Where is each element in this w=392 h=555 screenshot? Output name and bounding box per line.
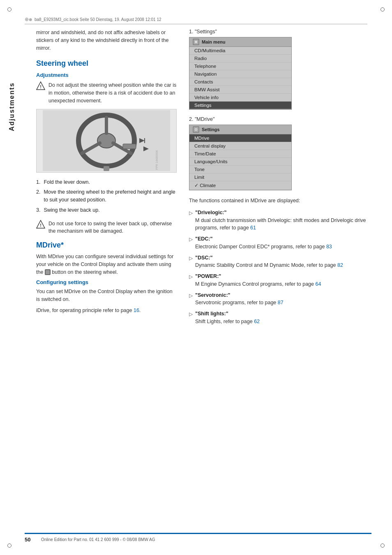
settings-menu-screen: Settings MDrive Central display Time/Dat…: [189, 125, 292, 190]
svg-point-17: [196, 129, 197, 130]
function-dsc: ▷ "DSC:" Dynamic Stability Control and M…: [189, 254, 371, 270]
settings-icon: [193, 126, 199, 133]
step-3-number: 3.: [36, 206, 40, 214]
warning-triangle-icon-2: !: [36, 220, 45, 229]
warning-text-1: Do not adjust the steering wheel positio…: [48, 81, 177, 104]
step-2-number: 2.: [36, 188, 40, 204]
function-drivelogic-desc: M dual clutch transmission with Drivelog…: [195, 217, 366, 231]
function-shift-desc: Shift Lights, refer to page 62: [195, 319, 260, 324]
svg-rect-9: [123, 144, 136, 149]
sidebar-label: Adjustments: [8, 82, 16, 131]
shift-link[interactable]: 62: [254, 319, 260, 324]
step1-label: 1. "Settings": [189, 29, 371, 35]
function-shift-lights: ▷ "Shift lights:" Shift Lights, refer to…: [189, 310, 371, 326]
bullet-arrow-servotronic: ▷: [189, 292, 193, 307]
footer-text: Online Edition for Part no. 01 41 2 600 …: [41, 537, 155, 542]
screen-header-settings: Settings: [189, 125, 291, 134]
main-menu-title: Main menu: [202, 39, 225, 44]
function-dsc-title: "DSC:": [195, 255, 212, 261]
function-shift-title: "Shift lights:": [195, 311, 228, 317]
step-1: 1. Fold the lever down.: [36, 178, 177, 186]
bullet-arrow-drivelogic: ▷: [189, 209, 193, 232]
menu-item-vehicle-info: Vehicle info: [189, 94, 291, 102]
function-drivelogic-title: "Drivelogic:": [195, 210, 226, 215]
function-drivelogic: ▷ "Drivelogic:" M dual clutch transmissi…: [189, 209, 371, 232]
svg-text:!: !: [40, 84, 42, 89]
function-dsc-content: "DSC:" Dynamic Stability Control and M D…: [195, 254, 371, 270]
edc-link[interactable]: 83: [326, 244, 332, 250]
function-servotronic-desc: Servotronic programs, refer to page 87: [195, 300, 284, 305]
intro-text: mirror and windshield, and do not affix …: [36, 29, 177, 52]
function-edc-desc: Electronic Damper Control EDC* programs,…: [195, 244, 332, 250]
corner-mark-bl: [7, 543, 12, 548]
svg-point-14: [195, 41, 197, 43]
menu-item-contacts: Contacts: [189, 78, 291, 86]
settings-title: Settings: [202, 127, 219, 132]
crosshair-icon: ⊕: [25, 16, 30, 22]
steering-wheel-heading: Steering wheel: [36, 59, 177, 68]
idrive-link[interactable]: 16: [134, 308, 139, 313]
warning-box-1: ! Do not adjust the steering wheel posit…: [36, 81, 177, 104]
idrive-button-icon: [45, 269, 51, 275]
config-text-1: You can set MDrive on the Control Displa…: [36, 288, 177, 303]
function-power-title: "POWER:": [195, 273, 221, 279]
settings-item-limit: Limit: [189, 173, 291, 181]
function-power-desc: M Engine Dynamics Control programs, refe…: [195, 281, 321, 287]
settings-item-timedate: Time/Date: [189, 150, 291, 158]
step-3: 3. Swing the lever back up.: [36, 206, 177, 214]
steps-list: 1. Fold the lever down. 2. Move the stee…: [36, 178, 177, 214]
function-servotronic: ▷ "Servotronic:" Servotronic programs, r…: [189, 291, 371, 307]
dsc-link[interactable]: 82: [337, 262, 343, 268]
power-link[interactable]: 64: [316, 281, 321, 287]
svg-point-4: [97, 133, 115, 148]
drivelogic-link[interactable]: 61: [250, 225, 256, 231]
page-number: 50: [25, 536, 37, 543]
settings-item-tone: Tone: [189, 166, 291, 173]
function-edc-content: "EDC:" Electronic Damper Control EDC* pr…: [195, 235, 371, 251]
config-subheading: Configuring settings: [36, 279, 177, 285]
menu-item-navigation: Navigation: [189, 70, 291, 78]
servotronic-link[interactable]: 87: [278, 300, 284, 305]
functions-intro-text: The functions contained in MDrive are di…: [189, 197, 371, 205]
settings-item-mdrive: MDrive: [189, 134, 291, 142]
svg-text:!: !: [40, 223, 42, 228]
content-wrapper: mirror and windshield, and do not affix …: [25, 29, 371, 530]
step2-label: 2. "MDrive": [189, 116, 371, 122]
step-3-text: Swing the lever back up.: [44, 206, 99, 214]
settings-item-central: Central display: [189, 142, 291, 150]
function-shift-content: "Shift lights:" Shift Lights, refer to p…: [195, 310, 371, 326]
menu-icon: [193, 39, 199, 45]
bullet-arrow-edc: ▷: [189, 236, 193, 251]
bullet-arrow-shift: ▷: [189, 310, 193, 326]
settings-item-climate: ✓ Climate: [189, 181, 291, 190]
menu-item-bmw-assist: BMW Assist: [189, 86, 291, 94]
svg-rect-8: [104, 166, 109, 171]
menu-item-settings: Settings: [189, 102, 291, 109]
config-text-2: iDrive, for operating principle refer to…: [36, 307, 177, 314]
bullet-arrow-dsc: ▷: [189, 254, 193, 270]
file-header: ⊕ ba8_E9293M3_cic.book Seite 50 Dienstag…: [25, 16, 367, 24]
svg-text:PPR 14480006: PPR 14480006: [155, 150, 158, 170]
main-menu-screen: Main menu CD/Multimedia Radio Telephone …: [189, 37, 292, 110]
file-info: ba8_E9293M3_cic.book Seite 50 Dienstag, …: [35, 17, 161, 22]
warning-box-2: ! Do not use force to swing the lever ba…: [36, 220, 177, 236]
mdrive-heading: MDrive*: [36, 241, 177, 250]
settings-item-language: Language/Units: [189, 158, 291, 166]
function-edc: ▷ "EDC:" Electronic Damper Control EDC* …: [189, 235, 371, 251]
function-dsc-desc: Dynamic Stability Control and M Dynamic …: [195, 262, 343, 268]
functions-list: ▷ "Drivelogic:" M dual clutch transmissi…: [189, 209, 371, 326]
menu-item-telephone: Telephone: [189, 62, 291, 70]
steering-wheel-image: PPR 14480006: [36, 109, 177, 173]
step-1-number: 1.: [36, 178, 40, 186]
corner-mark-tl: [7, 7, 12, 12]
screen-header-main: Main menu: [189, 37, 291, 47]
function-power: ▷ "POWER:" M Engine Dynamics Control pro…: [189, 273, 371, 288]
bullet-arrow-power: ▷: [189, 273, 193, 288]
function-power-content: "POWER:" M Engine Dynamics Control progr…: [195, 273, 371, 288]
mdrive-section: MDrive* With MDrive you can configure se…: [36, 241, 177, 314]
right-column: 1. "Settings" Main menu CD/Multimedia Ra…: [189, 29, 371, 530]
function-edc-title: "EDC:": [195, 236, 212, 242]
step-1-text: Fold the lever down.: [44, 178, 90, 186]
page-footer: 50 Online Edition for Part no. 01 41 2 6…: [25, 533, 371, 543]
function-drivelogic-content: "Drivelogic:" M dual clutch transmission…: [195, 209, 371, 232]
